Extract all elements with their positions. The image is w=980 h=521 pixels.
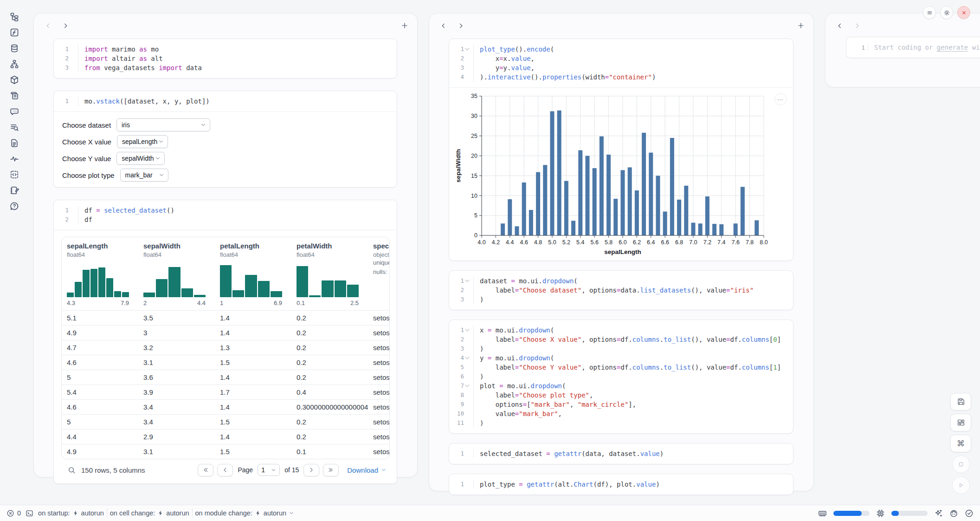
sidebar-documentation-icon[interactable] xyxy=(10,138,19,148)
sidebar-help-icon[interactable] xyxy=(10,202,19,211)
line-number: 2 xyxy=(65,54,69,63)
ai-sparkles-icon[interactable] xyxy=(934,509,943,518)
keyboard-shortcuts-button[interactable]: ⌘ xyxy=(950,435,971,452)
table-row[interactable]: 4.73.21.30.2setosa xyxy=(62,340,389,355)
sidebar-dependency-graph-icon[interactable] xyxy=(10,59,19,69)
runtime-config-3[interactable]: on module change:autorun xyxy=(195,509,295,517)
first-page-button[interactable] xyxy=(198,464,213,476)
code-editor-imports[interactable]: 1import marimo as mo2import altair as al… xyxy=(54,39,397,78)
copilot-icon[interactable] xyxy=(949,509,958,518)
add-cell-button[interactable] xyxy=(795,20,807,32)
column-header-petalWidth[interactable]: petalWidthfloat640.12.5 xyxy=(291,242,368,310)
stop-button[interactable] xyxy=(952,456,970,473)
code-editor-dataframe[interactable]: 1df = selected_dataset()2df xyxy=(54,200,397,230)
sidebar-snippets-icon[interactable] xyxy=(10,170,19,179)
choose-x-value-select[interactable]: sepalLength xyxy=(117,135,168,148)
choose-dataset-select[interactable]: iris xyxy=(116,118,210,131)
sidebar-functions-icon[interactable] xyxy=(10,28,19,37)
column-left-button[interactable] xyxy=(42,20,54,32)
layout-button[interactable] xyxy=(950,414,971,431)
code-text: plot_type().encode( xyxy=(473,45,554,54)
code-editor-xy-plot-dropdowns[interactable]: 1x = mo.ui.dropdown(2 label="Choose X va… xyxy=(449,320,793,433)
next-page-button[interactable] xyxy=(303,464,319,476)
table-row[interactable]: 4.42.91.40.2setosa xyxy=(62,429,389,444)
column-left-button[interactable] xyxy=(437,20,449,32)
table-row[interactable]: 4.931.40.2setosa xyxy=(62,325,389,340)
chevron-right-icon xyxy=(308,467,315,473)
runtime-config-1[interactable]: on startup:autorun xyxy=(38,509,104,517)
line-gutter: 8 xyxy=(449,391,471,400)
code-editor-dataset-dropdown[interactable]: 1dataset = mo.ui.dropdown(2 label="Choos… xyxy=(449,271,793,310)
sidebar-database-icon[interactable] xyxy=(10,44,19,53)
column-type: object xyxy=(373,251,390,258)
prev-page-button[interactable] xyxy=(217,464,233,476)
settings-button[interactable] xyxy=(940,6,953,19)
code-cell-dataset-dropdown: 1dataset = mo.ui.dropdown(2 label="Choos… xyxy=(449,270,793,310)
choose-plot-type-select[interactable]: mark_bar xyxy=(120,169,168,182)
shutdown-button[interactable] xyxy=(957,6,970,19)
select-value: mark_bar xyxy=(125,171,153,179)
save-button[interactable] xyxy=(950,393,971,410)
chevron-down-icon xyxy=(289,510,294,516)
code-text: mo.vstack([dataset, x, y, plot]) xyxy=(78,97,210,106)
column-header-sepalWidth[interactable]: sepalWidthfloat6424.4 xyxy=(138,242,215,310)
error-counter[interactable]: 0 xyxy=(6,509,21,517)
sidebar-logs-search-icon[interactable] xyxy=(10,123,19,132)
line-gutter: 2 xyxy=(54,54,75,63)
column-right-button[interactable] xyxy=(59,20,71,32)
sidebar-chat-bot-icon[interactable] xyxy=(10,107,19,116)
choose-y-value-select[interactable]: sepalWidth xyxy=(116,152,165,165)
code-text: x=x.value, xyxy=(473,54,535,63)
generate-with-ai-link[interactable]: generate xyxy=(937,44,968,51)
terminal-button[interactable] xyxy=(26,509,33,517)
page-select[interactable]: 1 xyxy=(258,464,280,476)
connection-status-icon[interactable] xyxy=(965,509,974,518)
table-row[interactable]: 5.43.91.70.4setosa xyxy=(62,384,389,399)
svg-text:7.0: 7.0 xyxy=(689,239,697,246)
download-label: Download xyxy=(347,466,378,474)
sidebar-file-tree-icon[interactable] xyxy=(10,12,19,21)
run-button[interactable] xyxy=(952,476,970,494)
table-row[interactable]: 53.61.40.2setosa xyxy=(62,370,389,384)
table-row[interactable]: 53.41.50.2setosa xyxy=(62,414,389,429)
sidebar-package-icon[interactable] xyxy=(10,75,19,85)
sidebar-tracing-icon[interactable] xyxy=(10,154,19,163)
table-cell: 0.1 xyxy=(291,448,368,456)
table-row[interactable]: 4.63.11.50.2setosa xyxy=(62,355,389,370)
svg-text:6.8: 6.8 xyxy=(675,239,683,246)
svg-text:sepalLength: sepalLength xyxy=(604,248,641,255)
code-editor-plot-type[interactable]: 1plot_type = getattr(alt.Chart(df), plot… xyxy=(449,474,793,495)
chart-menu-button[interactable]: ⋯ xyxy=(774,93,787,105)
column-left-button[interactable] xyxy=(833,20,845,32)
control-label: Choose Y value xyxy=(62,155,111,163)
add-cell-button[interactable] xyxy=(399,20,411,32)
table-row[interactable]: 4.63.41.40.30000000000000004setosa xyxy=(62,399,389,414)
svg-text:7.6: 7.6 xyxy=(732,239,740,246)
chevron-right-icon xyxy=(458,22,464,29)
empty-code-cell[interactable]: 1 Start coding or generate with AI xyxy=(846,37,980,58)
column-header-petalLength[interactable]: petalLengthfloat6416.9 xyxy=(215,242,291,310)
sidebar-scratchpad-icon[interactable] xyxy=(10,186,19,195)
code-editor-selected-dataset[interactable]: 1selected_dataset = getattr(data, datase… xyxy=(449,443,793,464)
menu-button[interactable] xyxy=(923,6,936,19)
code-text: x = mo.ui.dropdown( xyxy=(473,326,554,335)
download-button[interactable]: Download xyxy=(347,466,387,474)
line-gutter: 5 xyxy=(449,363,471,372)
last-page-button[interactable] xyxy=(323,464,339,476)
line-gutter: 1 xyxy=(449,276,471,286)
pagination-controls: Page1of 15Download xyxy=(198,464,388,476)
histogram-bar xyxy=(194,295,206,297)
double-chevron-left-icon xyxy=(202,467,209,473)
code-editor-plot[interactable]: 1plot_type().encode(2 x=x.value,3 y=y.va… xyxy=(449,39,793,87)
code-editor-vstack[interactable]: 1mo.vstack([dataset, x, y, plot]) xyxy=(54,91,397,111)
memory-icon xyxy=(818,509,827,518)
table-row[interactable]: 4.93.11.50.1setosa xyxy=(62,444,389,459)
table-cell: 0.2 xyxy=(291,373,368,381)
column-header-sepalLength[interactable]: sepalLengthfloat644.37.9 xyxy=(62,242,138,310)
column-header-species[interactable]: speciesobjectunique:nulls: xyxy=(368,242,390,310)
column-right-button[interactable] xyxy=(851,20,863,32)
column-right-button[interactable] xyxy=(455,20,467,32)
runtime-config-2[interactable]: on cell change:autorun xyxy=(110,509,189,517)
table-row[interactable]: 5.13.51.40.2setosa xyxy=(62,310,389,325)
sidebar-script-icon[interactable] xyxy=(10,91,19,100)
